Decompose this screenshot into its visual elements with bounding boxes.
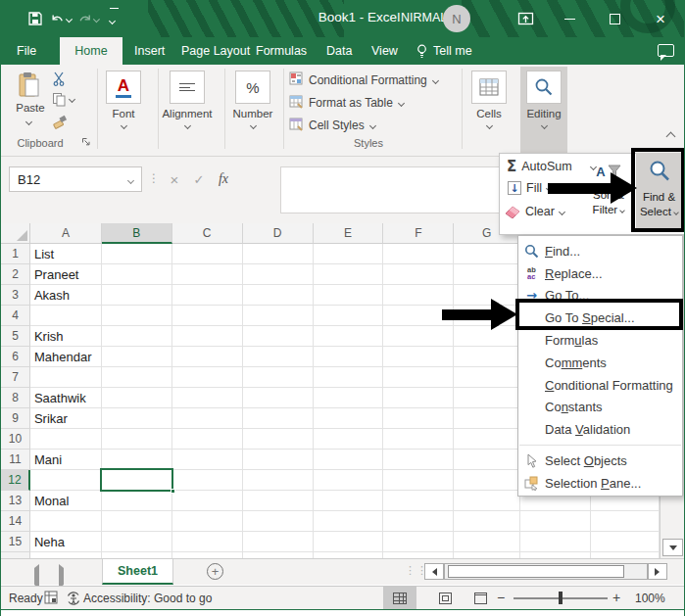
- zoom-out-icon[interactable]: −: [497, 590, 505, 605]
- cell-D10[interactable]: [243, 429, 314, 450]
- cells-chevron[interactable]: [477, 123, 501, 128]
- row-header-11[interactable]: 11: [1, 450, 30, 470]
- hscroll-right-icon[interactable]: [648, 563, 667, 580]
- cell-E6[interactable]: [314, 347, 384, 367]
- menu-item-selection-pane[interactable]: Selection Pane...: [518, 472, 682, 495]
- cell-F7[interactable]: [383, 367, 454, 388]
- row-header-2[interactable]: 2: [1, 264, 30, 285]
- cell-E1[interactable]: [314, 244, 384, 264]
- cell-B6[interactable]: [102, 347, 172, 367]
- cell-B10[interactable]: [102, 429, 172, 450]
- row-header-1[interactable]: 1: [1, 244, 30, 264]
- tab-tell-me[interactable]: Tell me: [411, 37, 478, 65]
- cell-F11[interactable]: [383, 450, 454, 470]
- cell-F9[interactable]: [383, 408, 454, 429]
- number-label[interactable]: Number: [222, 108, 283, 119]
- cell-D5[interactable]: [243, 326, 314, 347]
- menu-item-comments[interactable]: Comments: [518, 352, 682, 374]
- menu-item-replace[interactable]: abac Replace...: [518, 262, 682, 285]
- row-header-5[interactable]: 5: [1, 326, 30, 347]
- row-header-6[interactable]: 6: [1, 347, 30, 367]
- cell-A14[interactable]: [30, 511, 102, 532]
- row-header-10[interactable]: 10: [1, 429, 30, 450]
- row-header-4[interactable]: 4: [1, 306, 30, 326]
- cell-E2[interactable]: [314, 264, 384, 285]
- row-header-15[interactable]: 15: [1, 532, 30, 552]
- menu-item-conditional-formatting[interactable]: Conditional Formatting: [518, 374, 682, 397]
- copy-icon[interactable]: [52, 92, 74, 107]
- cell-C3[interactable]: [172, 285, 243, 306]
- enter-icon[interactable]: ✓: [188, 168, 210, 190]
- sheet-nav-left-icon[interactable]: [30, 568, 42, 586]
- cell-E8[interactable]: [314, 388, 384, 408]
- close-button[interactable]: ×: [647, 8, 674, 29]
- cell-D11[interactable]: [243, 450, 314, 470]
- cell-C5[interactable]: [172, 326, 243, 347]
- cell-B9[interactable]: [102, 408, 172, 429]
- cell-A13[interactable]: Monal: [30, 491, 102, 511]
- tab-page-layout[interactable]: Page Layout: [175, 37, 256, 65]
- macro-record-icon[interactable]: [44, 591, 59, 608]
- cut-icon[interactable]: [52, 71, 67, 86]
- cell-A6[interactable]: Mahendar: [30, 347, 102, 367]
- fill-button[interactable]: ↓ Fill: [508, 181, 552, 195]
- cell-F12[interactable]: [383, 470, 454, 491]
- cell-G6[interactable]: [454, 347, 520, 367]
- cell-B1[interactable]: [102, 244, 172, 264]
- menu-item-constants[interactable]: Constants: [518, 397, 682, 419]
- cell-G11[interactable]: [454, 450, 520, 470]
- horizontal-scrollbar-thumb[interactable]: [448, 565, 624, 578]
- zoom-level[interactable]: 100%: [635, 592, 665, 605]
- cell-B14[interactable]: [102, 511, 172, 532]
- col-header-B[interactable]: B: [102, 223, 172, 244]
- menu-item-find[interactable]: Find...: [518, 240, 682, 262]
- cells-icon[interactable]: [471, 71, 507, 104]
- cell-F14[interactable]: [383, 511, 454, 532]
- accessibility-status[interactable]: Accessibility: Good to go: [83, 592, 212, 605]
- cell-A8[interactable]: Saathwik: [30, 388, 102, 408]
- cell-F2[interactable]: [383, 264, 454, 285]
- insert-function-icon[interactable]: fx: [213, 168, 234, 190]
- cell-E3[interactable]: [314, 285, 384, 306]
- cell-C10[interactable]: [172, 429, 243, 450]
- font-label[interactable]: Font: [94, 108, 153, 119]
- cell-A10[interactable]: [30, 429, 102, 450]
- cell-A12[interactable]: [30, 470, 102, 491]
- paste-dropdown-chevron[interactable]: [17, 119, 40, 124]
- cell-C4[interactable]: [172, 306, 243, 326]
- cell-C1[interactable]: [172, 244, 243, 264]
- col-header-F[interactable]: F: [383, 223, 454, 244]
- page-break-view-icon[interactable]: [464, 587, 497, 609]
- paste-label[interactable]: Paste: [7, 102, 54, 114]
- minimize-button[interactable]: [556, 8, 583, 29]
- cell-F3[interactable]: [383, 285, 454, 306]
- cell-G9[interactable]: [454, 408, 520, 429]
- new-sheet-icon[interactable]: +: [207, 563, 223, 580]
- cell-C13[interactable]: [172, 491, 243, 511]
- cell-C6[interactable]: [172, 347, 243, 367]
- cell-I15[interactable]: [591, 532, 660, 552]
- menu-item-data-validation[interactable]: Data Validation: [518, 418, 682, 441]
- cell-B4[interactable]: [102, 306, 172, 326]
- cell-C12[interactable]: [172, 470, 243, 491]
- row-header-8[interactable]: 8: [1, 388, 30, 408]
- menu-item-formulas[interactable]: Formulas: [518, 329, 682, 352]
- col-header-A[interactable]: A: [30, 223, 102, 244]
- cell-D14[interactable]: [243, 511, 314, 532]
- paste-icon[interactable]: [15, 71, 44, 100]
- row-header-9[interactable]: 9: [1, 408, 30, 429]
- cell-G1[interactable]: [454, 244, 520, 264]
- cell-G2[interactable]: [454, 264, 520, 285]
- number-chevron[interactable]: [241, 123, 265, 128]
- col-header-D[interactable]: D: [243, 223, 314, 244]
- cell-C15[interactable]: [172, 532, 243, 552]
- collapse-ribbon-icon[interactable]: [661, 133, 679, 140]
- cell-C2[interactable]: [172, 264, 243, 285]
- cell-D8[interactable]: [243, 388, 314, 408]
- cell-A9[interactable]: Srikar: [30, 408, 102, 429]
- tab-view[interactable]: View: [366, 37, 404, 65]
- save-icon[interactable]: [24, 8, 46, 29]
- cell-B3[interactable]: [102, 285, 172, 306]
- cell-A3[interactable]: Akash: [30, 285, 102, 306]
- undo-icon[interactable]: [50, 8, 72, 29]
